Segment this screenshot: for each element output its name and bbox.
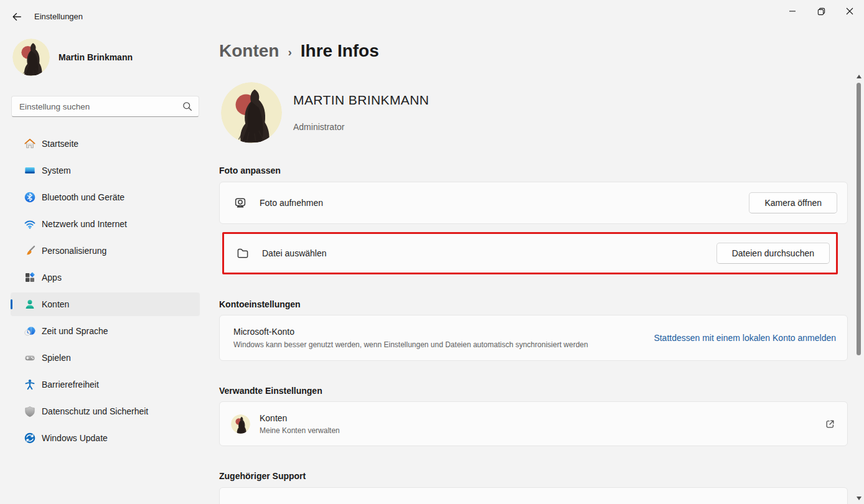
sidebar-item-startseite[interactable]: Startseite	[11, 132, 200, 156]
titlebar: Einstellungen	[0, 0, 864, 30]
external-link-icon	[824, 418, 836, 430]
sidebar-item-apps[interactable]: Apps	[11, 266, 200, 289]
search-input[interactable]	[11, 96, 199, 117]
sidebar-item-label: Apps	[42, 273, 62, 282]
sidebar-item-label: Zeit und Sprache	[42, 326, 108, 336]
support-card	[219, 487, 848, 504]
settings-search	[11, 96, 199, 117]
sidebar-item-barrierefreiheit[interactable]: Barrierefreiheit	[11, 373, 200, 396]
personalization-icon	[24, 245, 36, 257]
microsoft-account-title: Microsoft-Konto	[233, 327, 588, 337]
user-name: Martin Brinkmann	[59, 52, 133, 62]
sidebar-item-label: System	[42, 166, 71, 175]
sidebar-item-label: Netzwerk und Internet	[42, 219, 127, 229]
sidebar-item-label: Personalisierung	[42, 246, 106, 256]
section-heading-zugehoeriger-support: Zugehöriger Support	[219, 471, 848, 481]
open-camera-button[interactable]: Kamera öffnen	[749, 192, 837, 213]
network-icon	[24, 218, 36, 230]
switch-local-account-link[interactable]: Stattdessen mit einem lokalen Konto anme…	[654, 333, 836, 343]
search-icon[interactable]	[182, 101, 193, 112]
vertical-scrollbar	[855, 72, 863, 502]
camera-icon	[233, 196, 247, 210]
choose-file-label: Datei auswählen	[262, 248, 704, 258]
microsoft-account-row: Microsoft-Konto Windows kann besser genu…	[219, 315, 848, 361]
sidebar: Martin Brinkmann Startseite	[0, 30, 210, 504]
close-icon	[846, 7, 853, 15]
back-arrow-icon	[11, 11, 22, 22]
section-heading-foto-anpassen: Foto anpassen	[219, 166, 848, 175]
related-accounts-subtitle: Meine Konten verwalten	[260, 426, 815, 435]
window-controls	[778, 0, 864, 22]
breadcrumb-parent[interactable]: Konten	[219, 41, 279, 61]
section-heading-verwandte-einstellungen: Verwandte Einstellungen	[219, 386, 848, 396]
take-photo-row: Foto aufnehmen Kamera öffnen	[219, 182, 848, 224]
sidebar-item-windows-update[interactable]: Windows Update	[11, 426, 200, 450]
minimize-icon	[789, 7, 796, 15]
accessibility-icon	[24, 378, 36, 391]
sidebar-item-label: Bluetooth und Geräte	[42, 192, 124, 202]
profile-name: MARTIN BRINKMANN	[293, 93, 429, 108]
minimize-button[interactable]	[778, 0, 807, 22]
sidebar-item-spielen[interactable]: Spielen	[11, 346, 200, 370]
accounts-icon	[24, 298, 36, 310]
apps-icon	[24, 271, 36, 284]
scroll-up-arrow-icon[interactable]	[857, 75, 862, 78]
sidebar-item-system[interactable]: System	[11, 159, 200, 182]
breadcrumb-chevron-icon: ›	[288, 45, 291, 59]
breadcrumb: Konten › Ihre Infos	[219, 39, 848, 63]
bluetooth-icon	[24, 191, 36, 203]
sidebar-item-personalisierung[interactable]: Personalisierung	[11, 239, 200, 263]
settings-window: Einstellungen	[0, 0, 864, 504]
maximize-restore-icon	[817, 7, 825, 16]
close-button[interactable]	[835, 0, 864, 22]
user-avatar	[12, 39, 50, 76]
back-button[interactable]	[7, 9, 26, 25]
sidebar-item-label: Windows Update	[42, 433, 108, 443]
take-photo-label: Foto aufnehmen	[260, 198, 736, 208]
folder-icon	[236, 246, 250, 260]
sidebar-item-datenschutz[interactable]: Datenschutz und Sicherheit	[11, 399, 200, 423]
related-accounts-row[interactable]: Konten Meine Konten verwalten	[219, 401, 848, 446]
profile-avatar	[221, 82, 282, 143]
gaming-icon	[24, 352, 36, 364]
sidebar-item-bluetooth[interactable]: Bluetooth und Geräte	[11, 185, 200, 209]
windows-update-icon	[24, 432, 36, 444]
sidebar-item-label: Startseite	[42, 139, 78, 149]
home-icon	[24, 138, 36, 150]
sidebar-item-label: Spielen	[42, 353, 71, 363]
sidebar-item-label: Datenschutz und Sicherheit	[42, 406, 148, 416]
app-title: Einstellungen	[34, 12, 83, 21]
maximize-button[interactable]	[807, 0, 835, 22]
profile-role: Administrator	[293, 122, 429, 132]
highlight-annotation-choose-file-row: Datei auswählen Dateien durchsuchen	[222, 232, 838, 274]
privacy-shield-icon	[24, 405, 36, 418]
sidebar-item-netzwerk[interactable]: Netzwerk und Internet	[11, 212, 200, 236]
browse-files-button[interactable]: Dateien durchsuchen	[716, 243, 830, 264]
scroll-down-arrow-icon[interactable]	[857, 497, 862, 500]
main-content: Konten › Ihre Infos MARTIN BRINKMANN Adm…	[219, 30, 848, 504]
sidebar-item-label: Konten	[42, 299, 69, 309]
sidebar-user-block[interactable]: Martin Brinkmann	[0, 30, 210, 76]
page-title: Ihre Infos	[301, 41, 379, 61]
time-language-icon	[24, 325, 36, 337]
sidebar-item-label: Barrierefreiheit	[42, 380, 99, 390]
section-heading-kontoeinstellungen: Kontoeinstellungen	[219, 299, 848, 309]
sidebar-item-konten[interactable]: Konten	[11, 292, 200, 316]
sidebar-item-zeit-und-sprache[interactable]: Zeit und Sprache	[11, 319, 200, 343]
scrollbar-thumb[interactable]	[857, 83, 861, 355]
sidebar-nav: Startseite System Blue	[11, 132, 200, 450]
profile-header: MARTIN BRINKMANN Administrator	[219, 82, 848, 143]
microsoft-account-subtitle: Windows kann besser genutzt werden, wenn…	[233, 340, 588, 349]
related-account-avatar	[231, 414, 250, 434]
system-icon	[24, 164, 36, 177]
related-accounts-title: Konten	[260, 413, 815, 423]
